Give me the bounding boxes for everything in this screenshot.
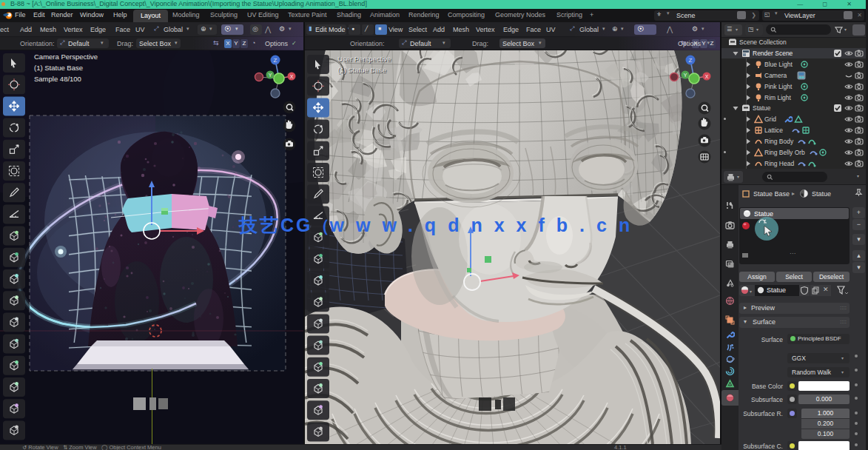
- svg-text:Z: Z: [689, 57, 693, 64]
- svg-text:X: X: [705, 74, 709, 79]
- svg-text:(1) Statue Base: (1) Statue Base: [337, 66, 386, 74]
- svg-text:Camera Perspective: Camera Perspective: [34, 53, 98, 61]
- svg-text:X: X: [290, 74, 294, 79]
- svg-text:Sample 48/100: Sample 48/100: [34, 75, 81, 83]
- svg-text:User Perspective: User Perspective: [337, 55, 391, 63]
- svg-text:Y: Y: [684, 73, 687, 78]
- svg-text:Z: Z: [274, 57, 277, 64]
- svg-text:Y: Y: [269, 73, 272, 78]
- svg-text:(1) Statue Base: (1) Statue Base: [34, 64, 83, 72]
